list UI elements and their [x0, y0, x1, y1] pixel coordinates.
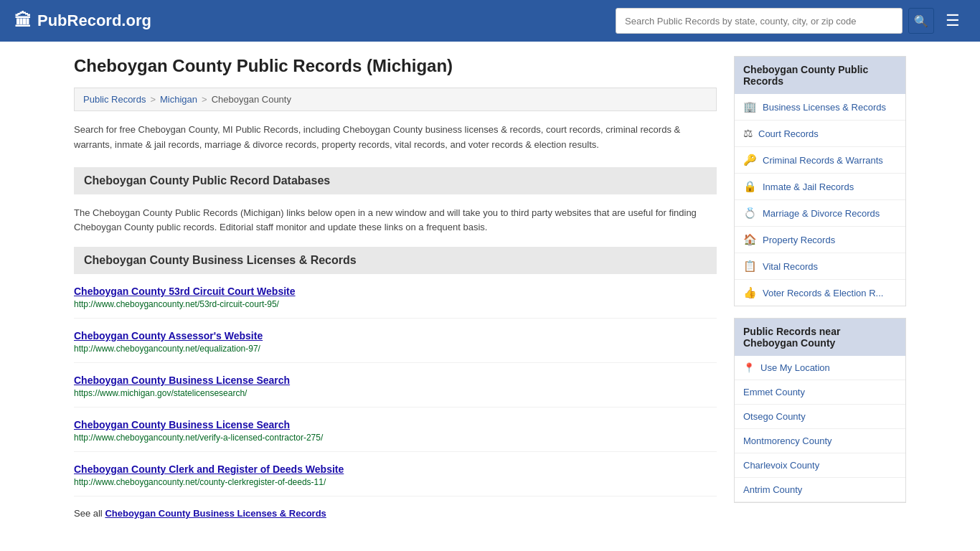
record-entry: Cheboygan County Assessor's Website http… — [74, 330, 717, 363]
sidebar-cat-label-4: Marriage & Divorce Records — [763, 208, 880, 219]
nearby-county-label-1: Otsego County — [743, 411, 806, 422]
sidebar-cat-icon-7: 👍 — [743, 286, 757, 299]
use-location[interactable]: 📍 Use My Location — [735, 356, 905, 380]
record-url-4: http://www.cheboygancounty.net/county-cl… — [74, 477, 717, 487]
sidebar-categories: 🏢 Business Licenses & Records ⚖ Court Re… — [735, 94, 905, 306]
sidebar-nearby-item-3[interactable]: Charlevoix County — [735, 453, 905, 478]
sidebar-public-records-header: Cheboygan County Public Records — [735, 57, 905, 94]
sidebar-item-5[interactable]: 🏠 Property Records — [735, 227, 905, 253]
sidebar-cat-icon-1: ⚖ — [743, 127, 753, 140]
sidebar-cat-icon-3: 🔒 — [743, 180, 757, 193]
nearby-county-label-4: Antrim County — [743, 484, 802, 495]
record-title-4[interactable]: Cheboygan County Clerk and Register of D… — [74, 463, 717, 475]
sidebar-cat-label-7: Voter Records & Election R... — [763, 288, 883, 298]
breadcrumb-county: Cheboygan County — [212, 94, 291, 105]
sidebar-cat-label-5: Property Records — [763, 235, 835, 245]
record-entry: Cheboygan County Clerk and Register of D… — [74, 463, 717, 496]
menu-button[interactable]: ☰ — [940, 9, 966, 33]
search-button[interactable]: 🔍 — [908, 8, 934, 34]
databases-description: The Cheboygan County Public Records (Mic… — [74, 206, 717, 236]
record-title-3[interactable]: Cheboygan County Business License Search — [74, 419, 717, 430]
record-list: Cheboygan County 53rd Circuit Court Webs… — [74, 286, 717, 496]
menu-icon: ☰ — [946, 11, 960, 29]
sidebar-nearby-item-1[interactable]: Otsego County — [735, 405, 905, 429]
main-container: Cheboygan County Public Records (Michiga… — [60, 42, 920, 533]
breadcrumb-public-records[interactable]: Public Records — [83, 94, 146, 105]
breadcrumb-sep-2: > — [202, 94, 207, 105]
sidebar-cat-icon-5: 🏠 — [743, 233, 757, 246]
record-entry: Cheboygan County Business License Search… — [74, 375, 717, 408]
header: 🏛 PubRecord.org 🔍 ☰ — [0, 0, 980, 42]
use-location-label: Use My Location — [760, 362, 830, 373]
sidebar-nearby-item-0[interactable]: Emmet County — [735, 380, 905, 405]
business-section-header: Cheboygan County Business Licenses & Rec… — [74, 247, 717, 274]
see-all: See all Cheboygan County Business Licens… — [74, 508, 717, 519]
sidebar-cat-label-3: Inmate & Jail Records — [763, 182, 854, 192]
record-title-0[interactable]: Cheboygan County 53rd Circuit Court Webs… — [74, 286, 717, 297]
sidebar-nearby-box: Public Records near Cheboygan County 📍 U… — [734, 318, 906, 503]
sidebar-item-1[interactable]: ⚖ Court Records — [735, 121, 905, 147]
sidebar-item-3[interactable]: 🔒 Inmate & Jail Records — [735, 174, 905, 200]
nearby-county-label-2: Montmorency County — [743, 435, 832, 446]
logo-icon: 🏛 — [14, 11, 32, 31]
sidebar-item-2[interactable]: 🔑 Criminal Records & Warrants — [735, 147, 905, 174]
breadcrumb-sep-1: > — [150, 94, 156, 105]
search-input[interactable] — [616, 8, 903, 34]
sidebar-cat-icon-4: 💍 — [743, 207, 757, 220]
sidebar-nearby-item-4[interactable]: Antrim County — [735, 478, 905, 502]
sidebar-cat-label-0: Business Licenses & Records — [763, 102, 886, 113]
sidebar-nearby-list: Emmet CountyOtsego CountyMontmorency Cou… — [735, 380, 905, 502]
sidebar-cat-icon-0: 🏢 — [743, 100, 757, 113]
databases-section-header: Cheboygan County Public Record Databases — [74, 167, 717, 194]
sidebar-item-0[interactable]: 🏢 Business Licenses & Records — [735, 94, 905, 121]
see-all-link[interactable]: Cheboygan County Business Licenses & Rec… — [105, 508, 326, 519]
logo[interactable]: 🏛 PubRecord.org — [14, 11, 151, 31]
sidebar: Cheboygan County Public Records 🏢 Busine… — [734, 56, 906, 519]
sidebar-public-records-box: Cheboygan County Public Records 🏢 Busine… — [734, 56, 906, 306]
breadcrumb: Public Records > Michigan > Cheboygan Co… — [74, 88, 717, 111]
record-title-2[interactable]: Cheboygan County Business License Search — [74, 375, 717, 386]
sidebar-cat-label-6: Vital Records — [763, 261, 818, 272]
record-url-1: http://www.cheboygancounty.net/equalizat… — [74, 344, 717, 354]
sidebar-cat-icon-2: 🔑 — [743, 154, 757, 166]
record-entry: Cheboygan County 53rd Circuit Court Webs… — [74, 286, 717, 319]
record-entry: Cheboygan County Business License Search… — [74, 419, 717, 452]
location-icon: 📍 — [743, 362, 755, 373]
sidebar-cat-label-2: Criminal Records & Warrants — [763, 155, 883, 166]
content-area: Cheboygan County Public Records (Michiga… — [74, 56, 717, 519]
record-url-0: http://www.cheboygancounty.net/53rd-circ… — [74, 299, 717, 309]
sidebar-nearby-item-2[interactable]: Montmorency County — [735, 429, 905, 453]
record-url-3: http://www.cheboygancounty.net/verify-a-… — [74, 433, 717, 443]
page-description: Search for free Cheboygan County, MI Pub… — [74, 123, 717, 153]
sidebar-cat-label-1: Court Records — [758, 128, 819, 139]
page-title: Cheboygan County Public Records (Michiga… — [74, 56, 717, 76]
search-icon: 🔍 — [914, 14, 928, 28]
logo-text: PubRecord.org — [37, 11, 151, 30]
record-title-1[interactable]: Cheboygan County Assessor's Website — [74, 330, 717, 342]
record-url-2: https://www.michigan.gov/statelicensesea… — [74, 388, 717, 398]
sidebar-item-6[interactable]: 📋 Vital Records — [735, 253, 905, 280]
breadcrumb-michigan[interactable]: Michigan — [160, 94, 197, 105]
sidebar-cat-icon-6: 📋 — [743, 260, 757, 273]
sidebar-item-4[interactable]: 💍 Marriage & Divorce Records — [735, 200, 905, 227]
nearby-county-label-3: Charlevoix County — [743, 460, 819, 471]
sidebar-item-7[interactable]: 👍 Voter Records & Election R... — [735, 280, 905, 306]
sidebar-nearby-header: Public Records near Cheboygan County — [735, 319, 905, 356]
nearby-county-label-0: Emmet County — [743, 387, 805, 397]
search-area: 🔍 ☰ — [616, 8, 966, 34]
